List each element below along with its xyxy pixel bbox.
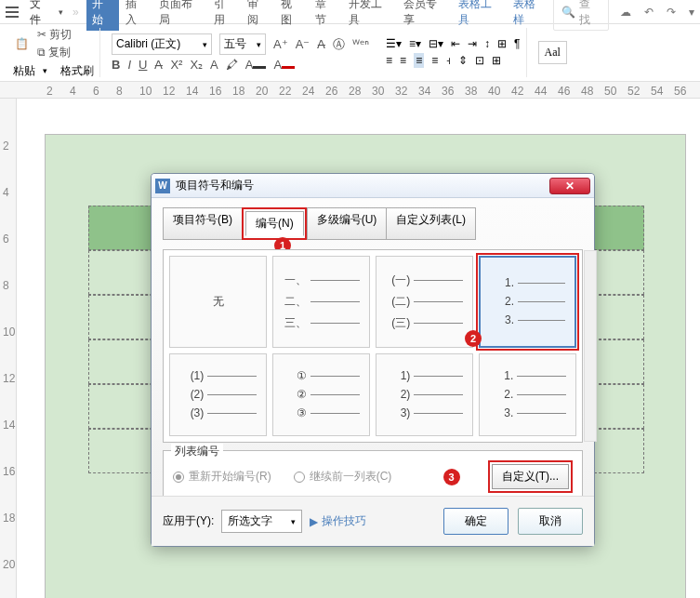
gallery-scrollbar[interactable]	[584, 250, 597, 442]
tab-tabletools[interactable]: 表格工具	[453, 0, 507, 31]
redo-icon[interactable]: ↷	[667, 6, 676, 19]
italic-button[interactable]: I	[127, 58, 131, 72]
tab-numbering[interactable]: 编号(N)	[245, 211, 304, 236]
continue-list-radio[interactable]: 继续前一列表(C)	[294, 469, 392, 485]
gallery-paren-num[interactable]: (1) (2) (3)	[169, 353, 267, 437]
clear-format[interactable]: A̶	[317, 37, 325, 51]
annotation-3: 3	[443, 469, 460, 485]
tab-multilevel[interactable]: 多级编号(U)	[307, 207, 388, 240]
search-box[interactable]: 🔍 查找	[553, 0, 609, 31]
menu-bar: 文件 ▾ » 开始 插入 页面布局 引用 审阅 视图 章节 开发工具 会员专享 …	[0, 0, 700, 24]
tab-bullets[interactable]: 项目符号(B)	[163, 207, 243, 240]
apply-to-label: 应用于(Y):	[163, 513, 214, 529]
tab-member[interactable]: 会员专享	[398, 0, 452, 31]
cut-button[interactable]: ✂ 剪切	[37, 27, 72, 43]
apply-to-select[interactable]: 所选文字▾	[221, 510, 302, 533]
highlight-button[interactable]: 🖍	[226, 58, 238, 72]
ruler-vertical[interactable]: 24 68 1012 1416 1820	[0, 99, 17, 598]
paragraph-group: ☰▾ ≡▾ ⊟▾ ⇤ ⇥ ↕ ⊞ ¶ ≡ ≡ ≡ ≡ ⫞ ⇕ ⊡ ⊞	[380, 28, 526, 77]
file-menu[interactable]: 文件	[24, 0, 57, 28]
strike-button[interactable]: A̶	[154, 58, 163, 72]
paste-label[interactable]: 粘贴	[13, 63, 35, 79]
gallery-paren-cn[interactable]: (一) (二) (三)	[376, 256, 473, 348]
numbering-gallery: 无 一、 二、 三、 (一) (二) (三) 1. 2. 3. (1) (2) …	[163, 249, 583, 443]
line-spacing[interactable]: ⇕	[458, 54, 468, 67]
hamburger-icon[interactable]	[6, 7, 19, 18]
align-right[interactable]: ≡	[414, 53, 424, 68]
tab-section[interactable]: 章节	[310, 0, 342, 31]
clipboard-group: 📋 ✂ 剪切 ⧉ 复制 粘贴▾ 格式刷	[7, 28, 100, 77]
gallery-arabic-paren[interactable]: 1) 2) 3)	[376, 353, 473, 437]
cancel-button[interactable]: 取消	[518, 508, 583, 535]
ruler-horizontal[interactable]: 24 68 1012 1416 1820 2224 2628 3032 3436…	[0, 82, 700, 99]
ok-button[interactable]: 确定	[443, 508, 508, 535]
size-select[interactable]: 五号▾	[219, 33, 266, 55]
gallery-arabic-dot[interactable]: 1. 2. 3.	[479, 256, 576, 348]
subscript-button[interactable]: X₂	[190, 58, 203, 72]
borders-para[interactable]: ⊞	[492, 54, 501, 67]
collapse-icon[interactable]: ▾	[689, 6, 694, 19]
decrease-indent[interactable]: ⇤	[451, 37, 460, 50]
tab-view[interactable]: 视图	[275, 0, 308, 31]
tab-review[interactable]: 审阅	[242, 0, 274, 31]
ribbon: 📋 ✂ 剪切 ⧉ 复制 粘贴▾ 格式刷 Calibri (正文)▾ 五号▾ A⁺…	[0, 24, 700, 82]
change-case[interactable]: Ⓐ	[333, 36, 345, 53]
copy-button[interactable]: ⧉ 复制	[37, 45, 72, 60]
underline-button[interactable]: U	[139, 58, 147, 72]
distribute[interactable]: ⫞	[445, 54, 451, 67]
search-placeholder: 查找	[579, 0, 601, 28]
play-icon: ▶	[310, 515, 318, 528]
tab-insert[interactable]: 插入	[120, 0, 152, 31]
style-preview[interactable]: Aal	[538, 41, 567, 64]
paste-icon[interactable]: 📋	[13, 35, 30, 52]
bullets-button[interactable]: ☰▾	[386, 37, 402, 50]
restart-numbering-radio[interactable]: 重新开始编号(R)	[173, 469, 271, 485]
gallery-arabic-dot2[interactable]: 1. 2. 3.	[479, 353, 576, 437]
increase-indent[interactable]: ⇥	[468, 37, 477, 50]
search-icon: 🔍	[561, 6, 575, 19]
custom-button[interactable]: 自定义(T)...	[492, 464, 569, 489]
file-dropdown-arrow[interactable]: ▾	[59, 7, 63, 17]
superscript-button[interactable]: X²	[170, 58, 182, 72]
bold-button[interactable]: B	[112, 58, 120, 72]
gallery-circled[interactable]: ① ② ③	[272, 353, 370, 437]
gallery-none[interactable]: 无	[169, 256, 267, 348]
shading[interactable]: A	[273, 58, 295, 72]
font-color[interactable]: A	[245, 58, 267, 72]
multilevel-button[interactable]: ⊟▾	[429, 37, 443, 50]
tab-customlist[interactable]: 自定义列表(L)	[386, 207, 476, 240]
shading-para[interactable]: ⊡	[475, 54, 484, 67]
dialog-titlebar[interactable]: W 项目符号和编号 ✕	[152, 174, 594, 198]
format-painter[interactable]: 格式刷	[60, 63, 94, 79]
tips-link[interactable]: ▶操作技巧	[310, 513, 366, 529]
annotation-2: 2	[465, 330, 482, 347]
sort-button[interactable]: ↕	[484, 37, 490, 50]
align-justify[interactable]: ≡	[431, 54, 438, 67]
tab-pagelayout[interactable]: 页面布局	[153, 0, 207, 31]
tab-references[interactable]: 引用	[208, 0, 241, 31]
grow-font[interactable]: A⁺	[273, 37, 288, 51]
cloud-icon[interactable]: ☁	[620, 6, 631, 19]
list-numbering-legend: 列表编号	[171, 444, 223, 459]
font-select[interactable]: Calibri (正文)▾	[112, 33, 212, 55]
dialog-tabs: 项目符号(B) 编号(N) 多级编号(U) 自定义列表(L)	[163, 207, 583, 240]
ribbon-tabs: 开始 插入 页面布局 引用 审阅 视图 章节 开发工具 会员专享 表格工具 表格…	[86, 0, 551, 31]
shrink-font[interactable]: A⁻	[296, 37, 310, 51]
phonetic[interactable]: ᵂᵉⁿ	[352, 37, 369, 51]
gallery-cn[interactable]: 一、 二、 三、	[272, 256, 370, 348]
numbering-button[interactable]: ≡▾	[409, 37, 421, 50]
bullets-numbering-dialog: W 项目符号和编号 ✕ 项目符号(B) 编号(N) 多级编号(U) 自定义列表(…	[151, 173, 595, 547]
tab-tablestyle[interactable]: 表格样	[508, 0, 551, 31]
dialog-app-icon: W	[155, 179, 170, 193]
window-controls: ☁ ↶ ↷ ▾	[620, 6, 694, 19]
pilcrow-button[interactable]: ¶	[514, 37, 520, 50]
tab-devtools[interactable]: 开发工具	[343, 0, 397, 31]
close-button[interactable]: ✕	[549, 178, 590, 194]
dialog-footer: 应用于(Y): 所选文字▾ ▶操作技巧 确定 取消	[152, 496, 594, 546]
text-effect[interactable]: A	[210, 58, 218, 72]
align-center[interactable]: ≡	[400, 54, 406, 67]
align-left[interactable]: ≡	[386, 54, 392, 67]
undo-icon[interactable]: ↶	[644, 6, 654, 19]
border-button[interactable]: ⊞	[497, 37, 507, 50]
separator: »	[73, 6, 79, 19]
